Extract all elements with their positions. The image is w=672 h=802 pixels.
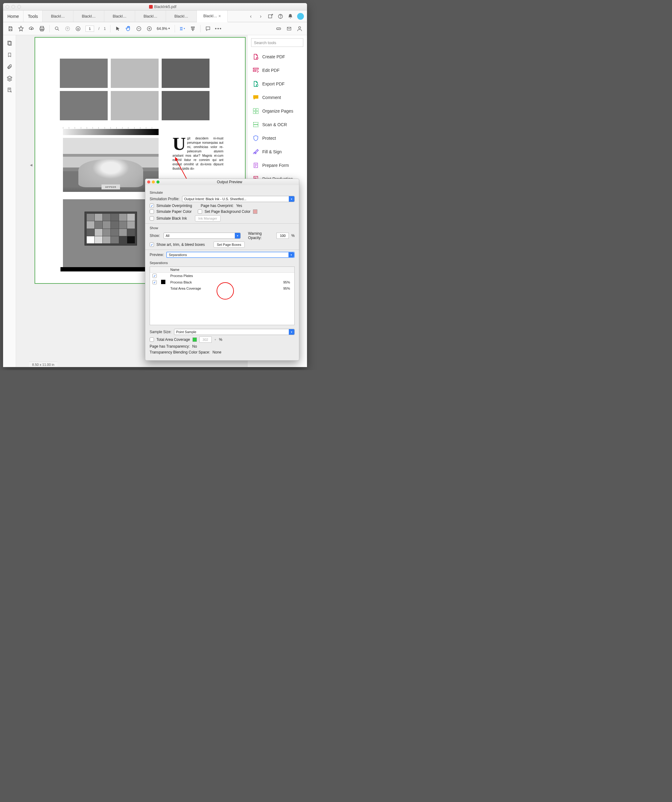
close-icon[interactable]: × [219, 14, 221, 18]
form-icon [253, 162, 259, 169]
tac-checkbox[interactable] [150, 338, 154, 342]
select-tool-icon[interactable] [115, 26, 121, 32]
tac-swatch [193, 338, 197, 342]
zoom-in-icon[interactable] [146, 26, 152, 32]
tool-protect[interactable]: Protect [248, 131, 307, 145]
file-tab-3[interactable]: BlackI… [135, 10, 166, 22]
tool-export-pdf[interactable]: Export PDF [248, 77, 307, 91]
separation-row: Process Plates [150, 273, 294, 279]
zoom-dropdown[interactable]: 64.9% ▼ [157, 26, 170, 31]
dialog-titlebar[interactable]: Output Preview [145, 179, 299, 185]
black-ink-checkbox[interactable] [150, 216, 154, 221]
annotation-circle [217, 282, 234, 299]
edit-icon [253, 67, 259, 74]
show-boxes-checkbox[interactable] [150, 243, 154, 247]
overprint-note-label: Page has Overprint: [201, 204, 233, 208]
link-icon[interactable] [275, 26, 282, 32]
hand-tool-icon[interactable] [125, 26, 131, 32]
bell-icon[interactable] [287, 13, 293, 19]
separations-heading: Separations [150, 261, 295, 265]
page-sep: / [99, 26, 99, 31]
svg-rect-23 [256, 108, 258, 111]
zoom-out-icon[interactable] [136, 26, 142, 32]
transparency-value: No [192, 344, 197, 349]
reflow-icon[interactable] [190, 26, 196, 32]
person-icon[interactable] [296, 26, 303, 32]
black-ink-label: Simulate Black Ink [156, 216, 187, 221]
nav-next-icon[interactable]: › [257, 13, 264, 19]
file-tab-2[interactable]: BlackI… [104, 10, 135, 22]
nav-prev-icon[interactable]: ‹ [248, 13, 254, 19]
preview-label: Preview: [150, 253, 164, 257]
profile-select[interactable]: Output Intent: Black Ink - U.S. Sheetfed… [182, 196, 295, 202]
tool-edit-pdf[interactable]: Edit PDF [248, 63, 307, 77]
titlebar: BlackInk5.pdf [3, 3, 307, 10]
sample-select[interactable]: Point Sample▾ [174, 329, 295, 335]
svg-rect-11 [191, 27, 195, 27]
page-total: 1 [104, 26, 106, 31]
attachment-icon[interactable] [6, 63, 13, 70]
file-tab-0[interactable]: BlackI… [42, 10, 73, 22]
main-tabs: Home Tools BlackI…BlackI…BlackI…BlackI…B… [3, 10, 307, 22]
bg-color-checkbox[interactable] [198, 209, 202, 214]
tool-create-pdf[interactable]: Create PDF [248, 50, 307, 63]
star-icon[interactable] [18, 26, 24, 32]
fit-width-icon[interactable]: ▼ [179, 26, 185, 32]
window-title: BlackInk5.pdf [21, 5, 304, 9]
svg-rect-19 [253, 68, 259, 70]
file-tab-5[interactable]: BlackI…× [197, 10, 228, 22]
tool-organize-pages[interactable]: Organize Pages [248, 104, 307, 118]
file-tab-4[interactable]: BlackI… [166, 10, 197, 22]
sep-value [270, 275, 294, 276]
tool-label: Scan & OCR [262, 122, 287, 127]
more-icon[interactable]: ••• [215, 26, 222, 32]
avatar[interactable] [297, 13, 304, 20]
collapse-left-icon[interactable]: ◂ [30, 158, 33, 171]
pdf-icon [149, 5, 153, 9]
warn-input[interactable] [277, 233, 289, 239]
car-image: HFP835 [63, 138, 159, 192]
output-preview-dialog: Output Preview Simulate Simulation Profi… [145, 179, 299, 361]
svg-point-6 [55, 27, 58, 30]
tab-tools[interactable]: Tools [23, 10, 42, 22]
help-icon[interactable] [277, 13, 283, 19]
mail-icon[interactable] [286, 26, 292, 32]
tab-home[interactable]: Home [3, 10, 23, 22]
show-select[interactable]: All▾ [164, 233, 241, 239]
set-page-boxes-button[interactable]: Set Page Boxes [214, 241, 245, 248]
bookmark-icon[interactable] [6, 52, 13, 58]
dialog-title: Output Preview [162, 180, 297, 184]
down-icon[interactable] [75, 26, 81, 32]
comment-icon [253, 94, 259, 101]
print-icon[interactable] [39, 26, 45, 32]
tool-scan-ocr[interactable]: Scan & OCR [248, 118, 307, 131]
svg-point-29 [254, 178, 255, 178]
sep-checkbox[interactable] [152, 280, 157, 285]
app-window: BlackInk5.pdf Home Tools BlackI…BlackI…B… [3, 3, 307, 367]
save-icon[interactable] [7, 26, 14, 32]
cloud-icon[interactable] [28, 26, 34, 32]
search-icon[interactable] [54, 26, 60, 32]
tool-comment[interactable]: Comment [248, 91, 307, 104]
tool-prepare-form[interactable]: Prepare Form [248, 158, 307, 172]
paper-color-checkbox[interactable] [150, 209, 154, 214]
tool-label: Export PDF [262, 81, 285, 86]
bg-color-swatch[interactable] [253, 209, 257, 214]
window-controls[interactable] [6, 5, 21, 9]
overprint-checkbox[interactable] [150, 204, 154, 208]
tag-icon[interactable] [6, 87, 13, 93]
toolbar: / 1 64.9% ▼ ▼ ••• [3, 22, 307, 35]
blend-space-label: Transparency Blending Color Space: [150, 350, 210, 354]
layers-icon[interactable] [6, 75, 13, 81]
transparency-label: Page has Transparency: [150, 344, 190, 349]
file-tab-1[interactable]: BlackI… [73, 10, 104, 22]
search-tools-input[interactable]: Search tools [251, 38, 303, 47]
thumbnails-icon[interactable] [6, 40, 13, 46]
sep-checkbox[interactable] [152, 273, 157, 278]
window-title-text: BlackInk5.pdf [154, 5, 176, 9]
page-input[interactable] [86, 26, 94, 32]
tool-fill-sign[interactable]: Fill & Sign [248, 145, 307, 158]
preview-select[interactable]: Separations▾ [166, 252, 295, 258]
comment-tool-icon[interactable] [205, 26, 211, 32]
share-icon[interactable] [267, 13, 274, 19]
